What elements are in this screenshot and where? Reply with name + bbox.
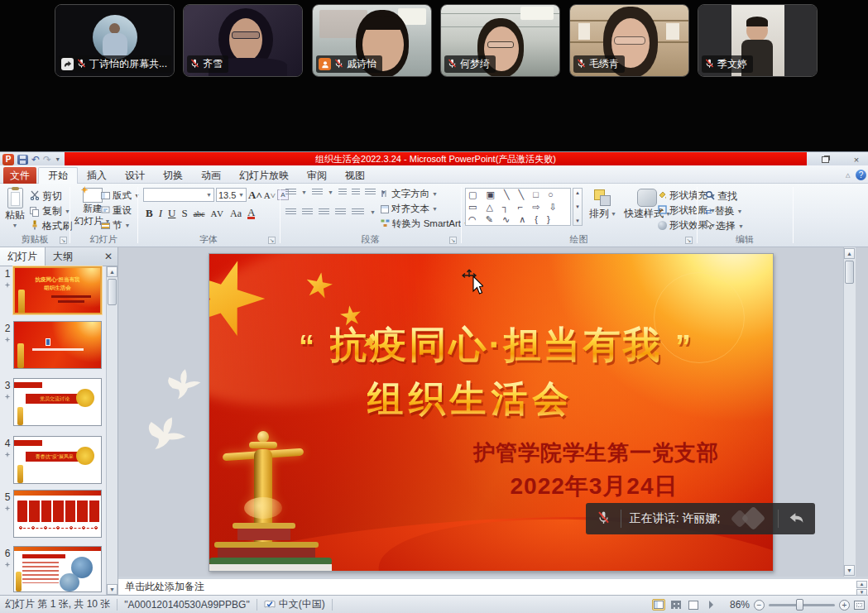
slide-title-line1[interactable]: “ 抗疫同心·担当有我 ” bbox=[226, 320, 766, 370]
slide-thumbnail-1[interactable]: 抗疫同心·担当有我 组织生活会 bbox=[13, 266, 102, 314]
editor-scrollbar[interactable]: ▲ ▼ bbox=[843, 247, 856, 577]
shapes-gallery[interactable]: ▢ ▣ ╲ ╲ □ ○ ▭ △ ┐ ⌐ ⇨ ⇩ ◠ ✎ ∿ ∧ { } bbox=[465, 188, 571, 226]
scroll-up-icon[interactable]: ▲ bbox=[107, 266, 117, 277]
mic-muted-icon[interactable] bbox=[586, 510, 621, 527]
align-right-icon[interactable] bbox=[319, 208, 329, 216]
layout-button[interactable]: 版式▼ bbox=[101, 189, 140, 202]
shapes-row[interactable]: ◠ ✎ ∿ ∧ { } bbox=[468, 213, 568, 226]
powerpoint-app-icon[interactable]: P bbox=[2, 154, 14, 165]
scrollbar-thumb[interactable] bbox=[845, 261, 854, 284]
tab-review[interactable]: 审阅 bbox=[298, 167, 336, 184]
redo-button[interactable]: ↷ bbox=[43, 155, 51, 165]
tab-file[interactable]: 文件 bbox=[3, 167, 36, 184]
panel-tab-slides[interactable]: 幻灯片 bbox=[0, 247, 46, 266]
reading-view-button[interactable] bbox=[687, 599, 700, 611]
slide-subtitle[interactable]: 护管学院学生第一党支部 bbox=[458, 438, 735, 467]
shapes-gallery-scroll[interactable]: ▲▼▼ bbox=[573, 188, 583, 226]
tab-design[interactable]: 设计 bbox=[116, 167, 154, 184]
columns-icon[interactable] bbox=[352, 208, 364, 216]
tab-slideshow[interactable]: 幻灯片放映 bbox=[230, 167, 298, 184]
replace-button[interactable]: ⇄ 替换▼ bbox=[705, 204, 742, 218]
zoom-slider[interactable] bbox=[769, 599, 835, 611]
cut-button[interactable]: 剪切 bbox=[30, 189, 62, 204]
slide-title-line2[interactable]: 组织生活会 bbox=[209, 375, 731, 424]
notes-scrollbar[interactable]: ▲ ▼ bbox=[856, 581, 867, 596]
convert-smartart-button[interactable]: 转换为 SmartArt▼ bbox=[381, 218, 469, 230]
participant-tile[interactable]: 戚诗怡 bbox=[312, 4, 432, 77]
text-direction-button[interactable]: 文字方向▼ bbox=[381, 188, 438, 200]
zoom-slider-thumb[interactable] bbox=[796, 599, 803, 611]
tab-view[interactable]: 视图 bbox=[336, 167, 374, 184]
slideshow-button[interactable] bbox=[704, 599, 717, 611]
participant-tile[interactable]: 季文婷 bbox=[698, 4, 818, 77]
animation-star-icon[interactable] bbox=[5, 282, 11, 288]
shrink-font-button[interactable]: A˅ bbox=[264, 190, 276, 200]
notes-pane[interactable]: 单击此处添加备注 ▲ ▼ bbox=[118, 577, 868, 595]
numbering-icon[interactable] bbox=[312, 189, 323, 196]
shapes-row[interactable]: ▭ △ ┐ ⌐ ⇨ ⇩ bbox=[468, 201, 568, 213]
participant-tile[interactable]: 丁诗怡的屏幕共... bbox=[55, 4, 175, 77]
decrease-indent-icon[interactable] bbox=[338, 189, 347, 196]
align-text-button[interactable]: 对齐文本▼ bbox=[381, 203, 438, 215]
slide-date[interactable]: 2022年3月24日 bbox=[482, 471, 706, 502]
panel-close-icon[interactable]: ✕ bbox=[99, 247, 117, 266]
justify-icon[interactable] bbox=[335, 208, 346, 216]
underline-button[interactable]: U bbox=[168, 207, 175, 220]
panel-scrollbar[interactable]: ▲ ▼ bbox=[106, 266, 117, 595]
copy-button[interactable]: 复制▼ bbox=[30, 204, 70, 218]
align-center-icon[interactable] bbox=[302, 208, 313, 216]
line-spacing-icon[interactable] bbox=[365, 189, 376, 196]
reply-arrow-icon[interactable] bbox=[779, 511, 815, 527]
italic-button[interactable]: I bbox=[159, 207, 162, 220]
participant-tile[interactable]: 齐雪 bbox=[183, 4, 303, 77]
find-button[interactable]: 查找 bbox=[705, 189, 737, 204]
font-color-button[interactable]: A bbox=[247, 208, 255, 219]
slide-thumbnail-2[interactable] bbox=[13, 321, 102, 369]
qat-customize-icon[interactable]: ▼ bbox=[55, 156, 60, 162]
slide-thumbnail-3[interactable]: 党员交流讨论 bbox=[13, 378, 102, 426]
animation-star-icon[interactable] bbox=[5, 452, 11, 457]
language-indicator[interactable]: 中文(中国) bbox=[264, 597, 325, 611]
scroll-down-icon[interactable]: ▼ bbox=[107, 584, 117, 595]
clipboard-dialog-launcher[interactable]: ↘ bbox=[60, 237, 67, 244]
scroll-down-icon[interactable]: ▼ bbox=[844, 565, 855, 576]
strikethrough-button[interactable]: abc bbox=[194, 209, 205, 218]
tab-transitions[interactable]: 切换 bbox=[154, 167, 192, 184]
undo-button[interactable]: ↶ bbox=[31, 155, 40, 165]
select-button[interactable]: 选择▼ bbox=[705, 219, 744, 233]
scroll-up-icon[interactable]: ▲ bbox=[844, 248, 855, 259]
restore-window-button[interactable] bbox=[818, 154, 832, 165]
tab-insert[interactable]: 插入 bbox=[78, 167, 116, 184]
help-icon[interactable]: ? bbox=[856, 170, 866, 180]
slide-thumbnail-4[interactable]: 青春抗"疫"展风采 bbox=[13, 436, 102, 484]
scroll-up-icon[interactable]: ▲ bbox=[856, 581, 867, 588]
slide-thumbnail-5[interactable] bbox=[13, 490, 102, 538]
font-dialog-launcher[interactable]: ↘ bbox=[268, 237, 276, 244]
participant-tile[interactable]: 毛绣青 bbox=[569, 4, 689, 77]
arrange-button[interactable]: 排列▼ bbox=[589, 189, 616, 221]
grow-font-button[interactable]: A˄ bbox=[248, 189, 262, 202]
paragraph-dialog-launcher[interactable]: ↘ bbox=[449, 237, 457, 244]
zoom-in-button[interactable]: + bbox=[839, 600, 850, 611]
reset-button[interactable]: 重设 bbox=[101, 204, 132, 217]
panel-tab-outline[interactable]: 大纲 bbox=[46, 247, 80, 266]
animation-star-icon[interactable] bbox=[5, 337, 11, 342]
change-case-button[interactable]: Aa bbox=[230, 208, 242, 220]
paste-button[interactable]: 粘贴▼ bbox=[5, 188, 25, 228]
slide-thumbnail-6[interactable] bbox=[13, 546, 102, 592]
tab-home[interactable]: 开始 bbox=[38, 167, 78, 184]
close-window-button[interactable]: × bbox=[850, 154, 863, 165]
animation-star-icon[interactable] bbox=[5, 505, 11, 511]
drawing-dialog-launcher[interactable]: ↘ bbox=[685, 237, 693, 244]
shadow-button[interactable]: S bbox=[181, 207, 187, 220]
bullets-icon[interactable] bbox=[285, 189, 296, 196]
format-painter-button[interactable]: 格式刷 bbox=[30, 219, 72, 233]
increase-indent-icon[interactable] bbox=[352, 189, 360, 196]
minimize-ribbon-icon[interactable]: △ bbox=[846, 172, 853, 178]
animation-star-icon[interactable] bbox=[5, 562, 11, 568]
scrollbar-thumb[interactable] bbox=[108, 279, 117, 305]
shapes-row[interactable]: ▢ ▣ ╲ ╲ □ ○ bbox=[468, 189, 568, 201]
bold-button[interactable]: B bbox=[146, 207, 153, 220]
participant-tile[interactable]: 何梦绮 bbox=[440, 4, 560, 77]
zoom-out-button[interactable]: − bbox=[754, 600, 765, 611]
